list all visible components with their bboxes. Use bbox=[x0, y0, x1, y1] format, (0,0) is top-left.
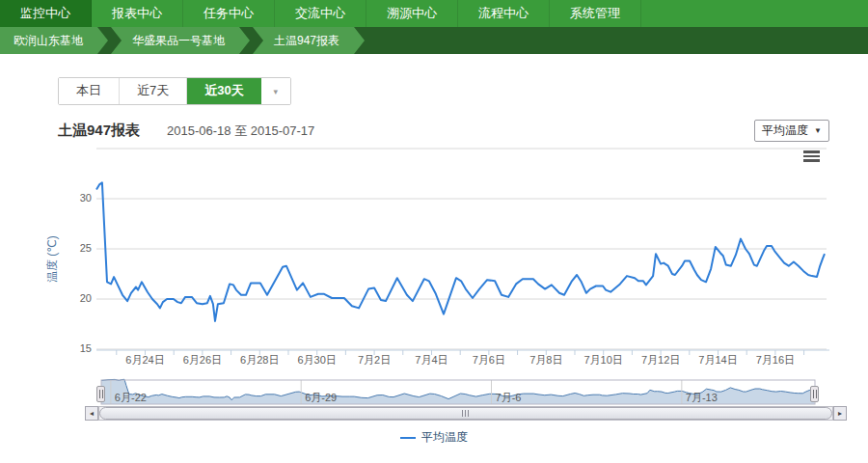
metric-select-value: 平均温度 bbox=[762, 123, 808, 139]
navigator-right-handle[interactable] bbox=[810, 386, 819, 402]
x-label-7月2日: 7月2日 bbox=[344, 353, 404, 368]
x-label-6月28日: 6月28日 bbox=[230, 353, 289, 368]
breadcrumb-item-1[interactable]: 华盛果品一号基地 bbox=[111, 27, 250, 54]
x-label-7月8日: 7月8日 bbox=[516, 353, 576, 368]
scrollbar-left-button[interactable]: ◂ bbox=[85, 406, 98, 421]
tab-近30天[interactable]: 近30天 bbox=[187, 78, 260, 104]
nav-items: 监控中心报表中心任务中心交流中心溯源中心流程中心系统管理 bbox=[0, 0, 868, 27]
breadcrumb-item-2[interactable]: 土温947报表 bbox=[253, 27, 365, 54]
content: 本日近7天近30天 ▾ 土温947报表 2015-06-18 至 2015-07… bbox=[0, 54, 868, 456]
chevron-down-icon: ▾ bbox=[273, 87, 278, 96]
tabs-dropdown-button[interactable]: ▾ bbox=[261, 78, 290, 104]
y-label-30: 30 bbox=[53, 192, 92, 204]
nav-item-0[interactable]: 监控中心 bbox=[0, 0, 92, 27]
navigator-label-7月-13: 7月-13 bbox=[686, 391, 718, 405]
nav-item-5[interactable]: 流程中心 bbox=[458, 0, 550, 27]
y-label-20: 20 bbox=[53, 292, 92, 304]
temperature-chart: 温度 (℃) ◂ ▸ 平均温度 152025306月24日6月26日6月28日6… bbox=[0, 146, 868, 456]
nav-item-3[interactable]: 交流中心 bbox=[275, 0, 366, 27]
y-label-25: 25 bbox=[53, 242, 92, 254]
chart-menu-icon[interactable] bbox=[803, 150, 821, 165]
x-label-7月6日: 7月6日 bbox=[459, 353, 519, 368]
time-range-tabs: 本日近7天近30天 ▾ bbox=[58, 77, 291, 105]
x-label-6月30日: 6月30日 bbox=[287, 353, 347, 368]
x-label-7月4日: 7月4日 bbox=[401, 353, 461, 368]
y-label-15: 15 bbox=[53, 342, 92, 354]
series-line-平均温度[interactable] bbox=[96, 182, 825, 321]
nav-item-2[interactable]: 任务中心 bbox=[183, 0, 275, 27]
legend[interactable]: 平均温度 bbox=[0, 429, 868, 446]
legend-label: 平均温度 bbox=[421, 429, 468, 446]
title-row: 土温947报表 2015-06-18 至 2015-07-17 平均温度 ▼ bbox=[58, 122, 829, 140]
tab-items: 本日近7天近30天 bbox=[59, 78, 261, 104]
grip-icon bbox=[462, 410, 470, 417]
tab-本日[interactable]: 本日 bbox=[59, 78, 120, 104]
nav-item-1[interactable]: 报表中心 bbox=[92, 0, 183, 27]
chevron-down-icon: ▼ bbox=[814, 126, 822, 135]
x-label-7月12日: 7月12日 bbox=[631, 353, 691, 368]
tab-近7天[interactable]: 近7天 bbox=[120, 78, 187, 104]
grip-icon bbox=[813, 390, 817, 398]
x-label-7月14日: 7月14日 bbox=[688, 353, 747, 368]
nav-item-4[interactable]: 溯源中心 bbox=[366, 0, 458, 27]
top-navbar: 监控中心报表中心任务中心交流中心溯源中心流程中心系统管理 bbox=[0, 0, 868, 27]
date-range: 2015-06-18 至 2015-07-17 bbox=[167, 123, 314, 140]
grip-icon bbox=[99, 390, 103, 398]
scrollbar-thumb[interactable] bbox=[99, 407, 832, 420]
scrollbar-right-button[interactable]: ▸ bbox=[833, 406, 847, 421]
navigator-label-6月-29: 6月-29 bbox=[305, 391, 337, 405]
navigator-left-handle[interactable] bbox=[96, 386, 105, 402]
nav-item-6[interactable]: 系统管理 bbox=[550, 0, 641, 27]
breadcrumb: 欧润山东基地华盛果品一号基地土温947报表 bbox=[0, 27, 868, 54]
scroll-left-icon: ◂ bbox=[90, 409, 94, 418]
navigator-label-7月-6: 7月-6 bbox=[496, 391, 522, 405]
page-title: 土温947报表 bbox=[58, 122, 140, 140]
x-label-6月26日: 6月26日 bbox=[173, 353, 232, 368]
scroll-right-icon: ▸ bbox=[838, 409, 842, 418]
legend-marker bbox=[400, 437, 416, 439]
navigator-label-6月-22: 6月-22 bbox=[115, 391, 147, 405]
metric-select[interactable]: 平均温度 ▼ bbox=[754, 120, 829, 142]
breadcrumb-item-0[interactable]: 欧润山东基地 bbox=[0, 27, 108, 54]
x-label-7月10日: 7月10日 bbox=[574, 353, 634, 368]
x-label-7月16日: 7月16日 bbox=[746, 353, 805, 368]
x-label-6月24日: 6月24日 bbox=[115, 353, 175, 368]
